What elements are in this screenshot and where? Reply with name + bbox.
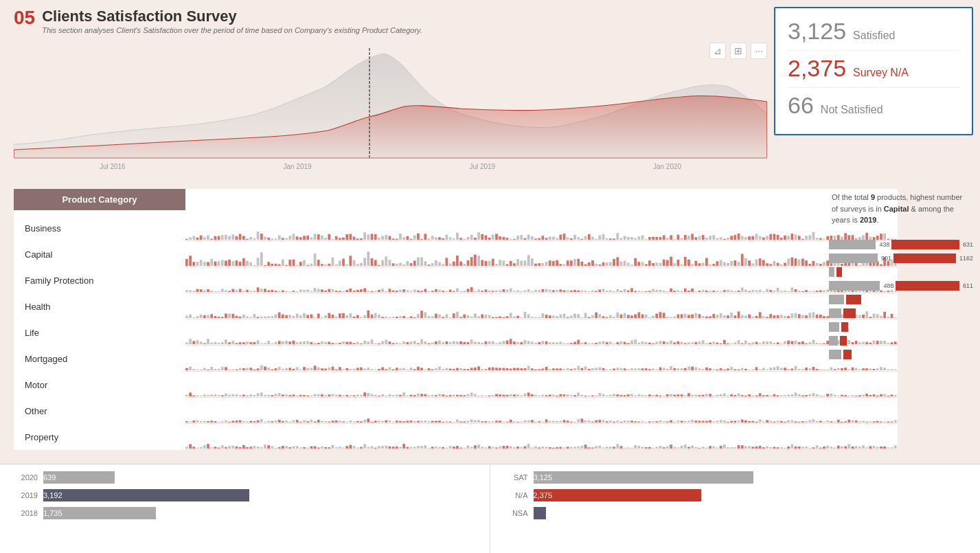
svg-rect-683	[474, 313, 477, 318]
svg-rect-1291	[502, 395, 505, 396]
svg-rect-976	[805, 343, 808, 344]
svg-rect-887	[488, 341, 491, 344]
svg-rect-108	[563, 234, 566, 240]
product-item-other[interactable]: Other	[14, 398, 185, 424]
svg-rect-1079	[459, 368, 462, 370]
svg-rect-1700	[534, 447, 537, 449]
svg-rect-1652	[363, 444, 366, 449]
svg-rect-659	[389, 317, 391, 318]
svg-rect-622	[257, 317, 260, 318]
svg-rect-226	[271, 264, 273, 266]
svg-rect-780	[819, 315, 822, 318]
product-item-mortgaged[interactable]: Mortgaged	[14, 346, 185, 372]
svg-rect-1253	[367, 393, 369, 396]
svg-rect-1447	[345, 422, 348, 422]
svg-rect-1290	[499, 394, 501, 396]
svg-rect-1404	[192, 420, 195, 422]
svg-rect-372	[790, 258, 793, 266]
svg-rect-802	[185, 343, 188, 344]
svg-rect-1068	[420, 368, 423, 370]
svg-rect-119	[602, 234, 605, 240]
svg-rect-1734	[655, 447, 658, 449]
svg-rect-544	[691, 289, 694, 292]
svg-rect-69	[424, 234, 426, 240]
svg-rect-1430	[285, 420, 288, 422]
svg-rect-1530	[641, 421, 644, 422]
svg-rect-1501	[538, 421, 540, 422]
year-2018-label: 2018	[14, 509, 38, 517]
svg-rect-219	[246, 261, 249, 266]
chart-row-7	[185, 398, 898, 424]
svg-rect-293	[510, 261, 512, 266]
svg-rect-338	[670, 257, 672, 266]
svg-rect-158	[741, 236, 744, 240]
svg-rect-855	[374, 343, 377, 344]
svg-rect-952	[720, 343, 722, 344]
svg-rect-705	[552, 315, 555, 318]
product-item-capital[interactable]: Capital	[14, 241, 185, 267]
svg-rect-1302	[542, 395, 545, 396]
bottom-left-chart: 2020 639 2019 3,192 2018 1,735	[0, 464, 490, 553]
svg-rect-627	[275, 315, 277, 318]
svg-rect-1637	[310, 447, 312, 449]
svg-rect-168	[777, 235, 779, 240]
svg-rect-1650	[356, 447, 359, 449]
svg-rect-640	[321, 317, 323, 318]
svg-rect-673	[438, 315, 441, 318]
svg-rect-56	[378, 238, 380, 240]
bar-gray-val-3: 488	[883, 282, 893, 289]
year-2020-bar: 639	[43, 471, 115, 484]
svg-rect-908	[563, 343, 566, 344]
svg-rect-525	[624, 289, 626, 292]
svg-rect-862	[399, 343, 402, 344]
svg-rect-1154	[727, 368, 729, 370]
svg-rect-741	[681, 314, 683, 318]
svg-rect-442	[328, 289, 330, 292]
product-item-business[interactable]: Business	[14, 215, 185, 241]
svg-rect-854	[371, 339, 374, 344]
product-item-property[interactable]: Property	[14, 424, 185, 450]
svg-rect-1556	[733, 421, 736, 422]
svg-rect-231	[288, 260, 291, 266]
svg-rect-925	[624, 342, 626, 344]
svg-rect-1487	[488, 421, 491, 422]
product-item-health[interactable]: Health	[14, 293, 185, 319]
svg-rect-1446	[342, 422, 345, 422]
product-item-motor[interactable]: Motor	[14, 372, 185, 398]
svg-rect-715	[588, 317, 591, 318]
svg-rect-849	[353, 343, 356, 344]
svg-rect-1513	[581, 418, 584, 422]
svg-rect-756	[733, 315, 736, 318]
svg-rect-1716	[591, 448, 594, 449]
svg-rect-1238	[314, 394, 317, 396]
svg-rect-115	[588, 234, 591, 240]
svg-rect-110	[570, 238, 573, 240]
na-value: 2,375	[534, 491, 553, 499]
svg-rect-1579	[816, 421, 819, 422]
svg-rect-517	[595, 291, 597, 292]
svg-rect-1411	[218, 422, 220, 422]
svg-rect-1441	[324, 421, 327, 422]
svg-rect-851	[360, 343, 363, 344]
svg-rect-450	[356, 290, 359, 292]
svg-rect-438	[314, 288, 317, 292]
svg-rect-89	[495, 234, 498, 240]
product-item-family[interactable]: Family Protection	[14, 267, 185, 293]
svg-rect-102	[542, 236, 545, 240]
svg-rect-465	[410, 291, 413, 292]
svg-rect-1651	[360, 447, 363, 449]
svg-rect-77	[453, 238, 455, 240]
product-item-life[interactable]: Life	[14, 319, 185, 346]
svg-rect-1416	[236, 420, 238, 422]
svg-rect-36	[306, 236, 309, 240]
bottom-bar-2020: 2020 639	[14, 471, 476, 484]
svg-rect-646	[342, 313, 345, 318]
svg-rect-10	[214, 236, 216, 240]
svg-rect-632	[293, 316, 295, 318]
svg-rect-1263	[402, 392, 405, 396]
svg-rect-1718	[598, 446, 601, 449]
svg-rect-1714	[584, 444, 587, 449]
bottom-right-chart: SAT 3,125 N/A 2,375 NSA	[490, 464, 981, 553]
kpi-survey-na-value: 2,375	[788, 55, 846, 82]
svg-rect-1544	[691, 420, 694, 422]
